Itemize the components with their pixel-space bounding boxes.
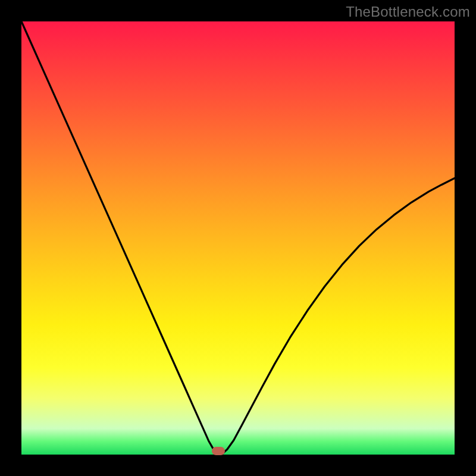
chart-frame: TheBottleneck.com	[0, 0, 476, 476]
watermark-text: TheBottleneck.com	[346, 4, 470, 20]
bottleneck-curve	[21, 21, 455, 455]
plot-area	[21, 21, 455, 455]
minimum-marker	[212, 447, 225, 455]
